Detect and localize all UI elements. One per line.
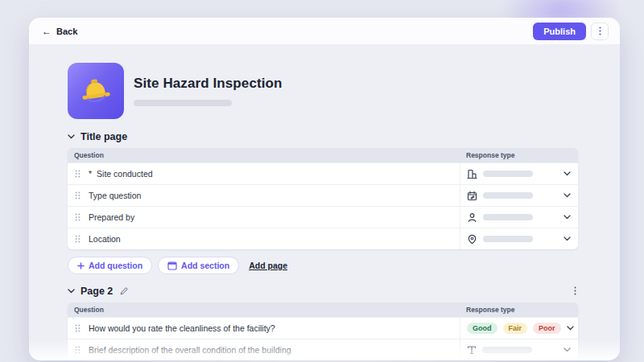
response-type-cell[interactable]: Good Fair Poor: [460, 318, 578, 339]
question-column-header: Question: [68, 302, 460, 317]
site-icon: [467, 169, 477, 179]
question-row-prepared-by[interactable]: Prepared by: [68, 206, 578, 228]
response-type-cell[interactable]: [460, 207, 578, 228]
response-chip-good: Good: [467, 323, 497, 334]
add-question-button[interactable]: Add question: [68, 257, 152, 274]
table-header-row: Question Response type: [68, 302, 578, 317]
question-text[interactable]: Brief description of the overall conditi…: [89, 345, 291, 355]
response-skeleton: [483, 171, 533, 177]
response-skeleton: [483, 236, 533, 242]
add-question-label: Add question: [89, 261, 142, 270]
title-page-label: Title page: [80, 131, 127, 142]
question-row-cleanliness[interactable]: How would you rate the cleanliness of th…: [68, 317, 578, 339]
more-options-button[interactable]: [591, 23, 609, 40]
add-section-button[interactable]: Add section: [158, 257, 239, 274]
description-skeleton: [134, 100, 232, 106]
response-type-cell[interactable]: [460, 228, 578, 249]
chevron-down-icon[interactable]: [567, 326, 574, 331]
question-row-site-conducted[interactable]: * Site conducted: [68, 162, 578, 184]
question-column-header: Question: [68, 148, 460, 162]
page-actions: Add question Add section Add page: [68, 257, 578, 274]
question-row-location[interactable]: Location: [68, 228, 578, 249]
template-image[interactable]: [68, 63, 124, 119]
title-page-question-table: Question Response type * Site conducted: [68, 148, 578, 249]
response-type-cell[interactable]: [460, 163, 578, 184]
question-row-type-question[interactable]: Type question: [68, 184, 578, 206]
template-title[interactable]: Site Hazard Inspection: [134, 76, 283, 92]
publish-button[interactable]: Publish: [533, 23, 586, 40]
template-editor-screen: ← Back Publish: [0, 0, 644, 362]
question-text[interactable]: Site conducted: [97, 169, 152, 179]
kebab-icon: [599, 27, 601, 35]
question-text[interactable]: Type question: [89, 191, 141, 200]
response-skeleton: [483, 192, 533, 199]
back-button[interactable]: ← Back: [42, 27, 77, 36]
chevron-down-icon[interactable]: [564, 348, 571, 352]
page2-header[interactable]: Page 2: [68, 285, 578, 297]
back-label: Back: [56, 27, 77, 36]
text-icon: [467, 345, 477, 355]
response-chip-fair: Fair: [503, 323, 528, 334]
template-header: Site Hazard Inspection: [68, 63, 578, 119]
location-pin-icon: [467, 234, 477, 245]
person-icon: [467, 212, 477, 223]
chevron-down-icon[interactable]: [564, 171, 571, 176]
response-skeleton: [483, 214, 533, 220]
collapse-chevron-icon[interactable]: [68, 134, 75, 139]
response-type-column-header: Response type: [460, 302, 578, 317]
drag-handle-icon[interactable]: [75, 170, 80, 178]
chevron-down-icon[interactable]: [564, 215, 571, 220]
response-skeleton: [482, 347, 532, 353]
add-page-button[interactable]: Add page: [249, 261, 287, 270]
editor-card: ← Back Publish: [29, 18, 620, 360]
response-type-cell[interactable]: [460, 339, 578, 360]
plus-icon: [77, 262, 85, 269]
date-icon: [467, 191, 477, 201]
drag-handle-icon[interactable]: [75, 324, 80, 332]
table-header-row: Question Response type: [68, 148, 578, 162]
hard-hat-icon: [77, 72, 114, 109]
response-chip-poor: Poor: [533, 323, 561, 334]
add-section-icon: [167, 261, 177, 270]
drag-handle-icon[interactable]: [75, 213, 80, 221]
kebab-icon: [574, 286, 576, 295]
required-marker: *: [89, 169, 92, 179]
chevron-down-icon[interactable]: [564, 237, 571, 241]
chevron-down-icon[interactable]: [564, 193, 571, 198]
question-text[interactable]: Prepared by: [89, 212, 134, 222]
response-type-column-header: Response type: [460, 148, 578, 162]
drag-handle-icon[interactable]: [75, 346, 80, 354]
response-type-cell[interactable]: [460, 185, 578, 206]
add-section-label: Add section: [181, 261, 229, 270]
page2-more-options-button[interactable]: [572, 285, 578, 297]
collapse-chevron-icon[interactable]: [68, 289, 75, 294]
question-text[interactable]: How would you rate the cleanliness of th…: [89, 323, 275, 333]
drag-handle-icon[interactable]: [75, 235, 80, 243]
question-row-brief-description[interactable]: Brief description of the overall conditi…: [68, 339, 578, 360]
question-text[interactable]: Location: [89, 234, 121, 244]
edit-pencil-icon[interactable]: [120, 287, 128, 295]
back-arrow-icon: ←: [42, 27, 52, 36]
page2-label: Page 2: [80, 286, 113, 297]
drag-handle-icon[interactable]: [75, 191, 80, 200]
title-page-header[interactable]: Title page: [68, 131, 578, 142]
page2-question-table: Question Response type How would you rat…: [68, 302, 578, 360]
top-bar: ← Back Publish: [29, 18, 620, 44]
